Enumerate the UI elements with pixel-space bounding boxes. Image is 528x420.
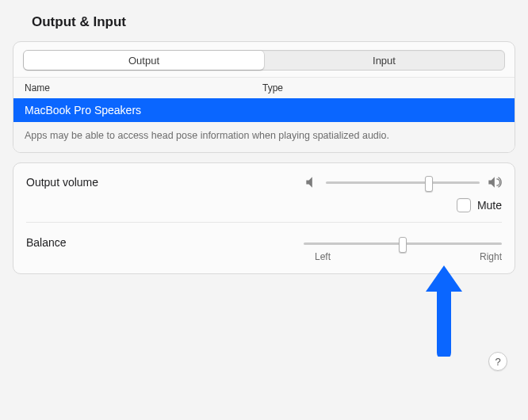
balance-right-label: Right [480, 251, 502, 262]
column-header-type[interactable]: Type [262, 82, 503, 94]
head-pose-hint: Apps may be able to access head pose inf… [13, 122, 515, 152]
mute-label: Mute [477, 199, 502, 212]
column-header-name[interactable]: Name [25, 82, 262, 94]
output-volume-row: Output volume [13, 163, 515, 195]
balance-left-label: Left [315, 251, 331, 262]
device-name: MacBook Pro Speakers [25, 104, 141, 116]
tab-input[interactable]: Input [264, 51, 504, 70]
balance-label: Balance [26, 236, 304, 249]
speaker-low-icon [304, 174, 319, 190]
output-controls-card: Output volume Mute Balance [13, 162, 515, 274]
page-title: Output & Input [13, 11, 515, 41]
table-row[interactable]: MacBook Pro Speakers [13, 98, 515, 122]
devices-card: Output Input Name Type MacBook Pro Speak… [13, 41, 515, 153]
output-volume-slider[interactable] [326, 176, 480, 189]
balance-tick-labels: Left Right [13, 251, 515, 273]
tab-output[interactable]: Output [24, 51, 264, 70]
mute-row: Mute [13, 195, 515, 222]
callout-arrow [416, 262, 472, 357]
balance-row: Balance [13, 223, 515, 251]
output-volume-label: Output volume [26, 176, 304, 189]
speaker-high-icon [486, 174, 502, 190]
io-segmented-control: Output Input [23, 50, 505, 71]
balance-slider[interactable] [304, 237, 502, 250]
devices-table-header: Name Type [13, 77, 515, 98]
help-button[interactable]: ? [488, 352, 507, 371]
mute-checkbox[interactable] [457, 198, 471, 212]
